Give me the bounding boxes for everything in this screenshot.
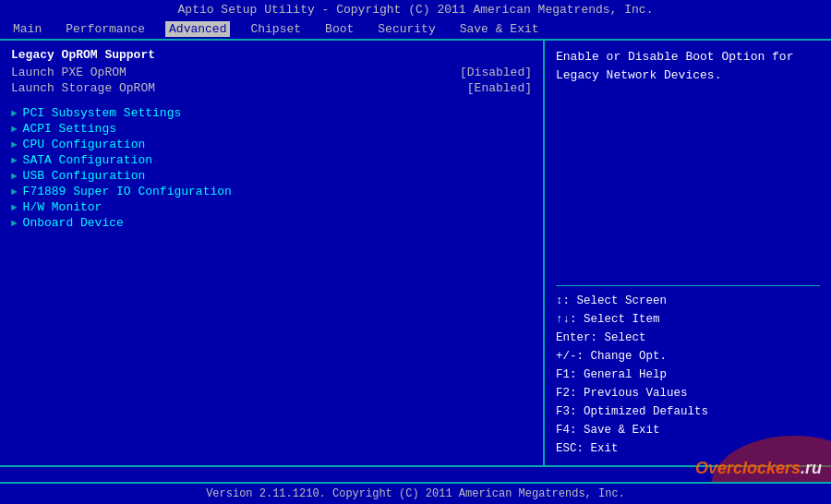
key-help-item: F1: General Help [556,366,820,384]
entry-label: SATA Configuration [23,153,152,167]
section-header: Legacy OpROM Support [11,48,532,62]
key-help-item: ESC: Exit [556,439,820,458]
menu-item-performance[interactable]: Performance [62,21,149,37]
settings-list: Launch PXE OpROM[Disabled]Launch Storage… [11,66,532,95]
menu-entry-usb-configuration[interactable]: ►USB Configuration [11,169,532,183]
title-text: Aptio Setup Utility - Copyright (C) 2011… [178,3,654,17]
setting-value: [Disabled] [460,66,532,79]
right-panel: Enable or Disable Boot Option for Legacy… [545,41,831,465]
arrow-icon: ► [11,186,18,198]
key-help-item: ↕: Select Screen [556,292,820,310]
arrow-icon: ► [11,218,18,229]
menu-entry-onboard-device[interactable]: ►Onboard Device [11,216,532,230]
entry-label: Onboard Device [23,216,124,230]
menu-entry-cpu-configuration[interactable]: ►CPU Configuration [11,138,532,151]
menu-entry-pci-subsystem-settings[interactable]: ►PCI Subsystem Settings [11,106,532,120]
key-help-item: F2: Previous Values [556,384,820,402]
help-text: Enable or Disable Boot Option for Legacy… [556,48,820,285]
setting-label: Launch Storage OpROM [11,81,155,95]
menu-item-main[interactable]: Main [9,21,45,37]
arrow-icon: ► [11,139,18,150]
entries-list: ►PCI Subsystem Settings►ACPI Settings►CP… [11,106,532,230]
key-help-item: ↑↓: Select Item [556,310,820,329]
entry-label: F71889 Super IO Configuration [23,185,232,198]
left-panel: Legacy OpROM Support Launch PXE OpROM[Di… [0,41,545,465]
content-area: Legacy OpROM Support Launch PXE OpROM[Di… [0,39,831,467]
setting-label: Launch PXE OpROM [11,66,126,79]
menu-item-chipset[interactable]: Chipset [247,21,305,37]
menu-entry-acpi-settings[interactable]: ►ACPI Settings [11,122,532,136]
key-help-item: +/-: Change Opt. [556,347,820,366]
arrow-icon: ► [11,155,18,166]
arrow-icon: ► [11,108,18,119]
entry-label: H/W Monitor [23,200,102,214]
menu-entry-sata-configuration[interactable]: ►SATA Configuration [11,153,532,167]
setting-value: [Enabled] [467,81,532,95]
entry-label: PCI Subsystem Settings [23,106,182,120]
arrow-icon: ► [11,124,18,135]
arrow-icon: ► [11,202,18,213]
status-bar: Version 2.11.1210. Copyright (C) 2011 Am… [0,482,831,504]
menu-item-security[interactable]: Security [374,21,439,37]
menu-item-advanced[interactable]: Advanced [165,21,230,37]
arrow-icon: ► [11,171,18,182]
setting-row[interactable]: Launch Storage OpROM[Enabled] [11,81,532,95]
status-text: Version 2.11.1210. Copyright (C) 2011 Am… [206,487,625,500]
key-help-item: F4: Save & Exit [556,421,820,439]
key-help-item: Enter: Select [556,329,820,347]
key-help-item: F3: Optimized Defaults [556,402,820,421]
menu-bar: MainPerformanceAdvancedChipsetBootSecuri… [0,19,831,39]
menu-entry-f71889-super-io-configuration[interactable]: ►F71889 Super IO Configuration [11,185,532,198]
entry-label: ACPI Settings [23,122,116,136]
menu-entry-h/w-monitor[interactable]: ►H/W Monitor [11,200,532,214]
key-help: ↕: Select Screen↑↓: Select ItemEnter: Se… [556,285,820,458]
entry-label: USB Configuration [23,169,146,183]
entry-label: CPU Configuration [23,138,146,151]
menu-item-save-and-exit[interactable]: Save & Exit [456,21,543,37]
setting-row[interactable]: Launch PXE OpROM[Disabled] [11,66,532,79]
menu-item-boot[interactable]: Boot [321,21,357,37]
title-bar: Aptio Setup Utility - Copyright (C) 2011… [0,0,831,19]
